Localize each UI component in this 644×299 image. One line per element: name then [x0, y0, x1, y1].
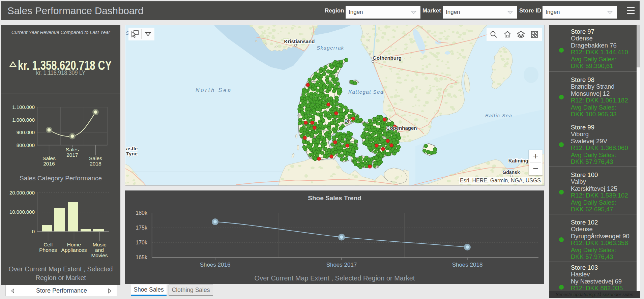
- svg-text:Baltic Sea: Baltic Sea: [485, 113, 512, 118]
- svg-text:2018: 2018: [90, 161, 101, 167]
- svg-text:Gothenburg: Gothenburg: [373, 55, 402, 61]
- svg-text:180k: 180k: [136, 210, 148, 216]
- svg-text:Sales: Sales: [42, 155, 56, 161]
- svg-text:Kattegat Sea: Kattegat Sea: [348, 89, 384, 95]
- svg-text:165k: 165k: [136, 255, 148, 260]
- svg-text:Kristiansand: Kristiansand: [284, 38, 315, 44]
- svg-text:Cell: Cell: [43, 242, 53, 247]
- svg-text:and: and: [95, 247, 104, 253]
- svg-text:0: 0: [32, 229, 35, 234]
- svg-text:1.100.000: 1.100.000: [12, 104, 35, 110]
- svg-text:Tyne: Tyne: [126, 151, 138, 156]
- svg-text:Shoes 2016: Shoes 2016: [200, 262, 231, 268]
- svg-text:900.000: 900.000: [17, 129, 35, 135]
- svg-text:Shoes 2018: Shoes 2018: [452, 262, 483, 268]
- svg-text:DK: DK: [344, 118, 352, 124]
- svg-text:20.000.000: 20.000.000: [9, 190, 35, 196]
- svg-text:800.000: 800.000: [17, 142, 35, 148]
- svg-text:Movies: Movies: [91, 252, 108, 258]
- svg-text:North Sea: North Sea: [196, 87, 232, 93]
- svg-text:2016: 2016: [43, 161, 55, 167]
- svg-text:10.000.000: 10.000.000: [9, 209, 35, 215]
- svg-text:Skagerrak: Skagerrak: [317, 45, 344, 51]
- svg-text:Phones: Phones: [39, 247, 57, 253]
- svg-text:1.000.000: 1.000.000: [12, 117, 35, 123]
- svg-text:2017: 2017: [66, 152, 78, 158]
- svg-text:Appliances: Appliances: [61, 247, 87, 253]
- svg-text:170k: 170k: [136, 240, 148, 245]
- svg-text:Shoes 2017: Shoes 2017: [326, 262, 357, 268]
- svg-text:Copenhagen: Copenhagen: [386, 125, 417, 131]
- svg-text:Gdansk: Gdansk: [502, 170, 520, 175]
- svg-text:Sales: Sales: [66, 147, 79, 152]
- svg-text:Home: Home: [67, 242, 81, 247]
- svg-text:175k: 175k: [136, 225, 148, 231]
- svg-text:Music: Music: [93, 242, 107, 247]
- svg-text:Sales: Sales: [89, 155, 102, 161]
